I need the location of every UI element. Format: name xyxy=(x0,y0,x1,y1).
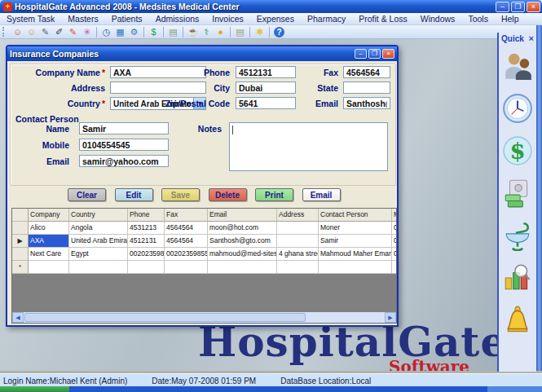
grid-cell[interactable]: Next Care xyxy=(29,248,69,261)
sparkle-icon[interactable]: ✱ xyxy=(253,26,267,38)
column-header-country[interactable]: Country xyxy=(69,209,128,222)
grid-cell[interactable]: Samir xyxy=(319,235,392,248)
grid-cell[interactable]: 4512131 xyxy=(128,235,165,248)
table-row[interactable]: ▶AXAUnited Arab Emirates45121314564564Sa… xyxy=(12,235,396,248)
grid-cell[interactable]: 01 xyxy=(392,235,397,248)
save-button[interactable]: Save xyxy=(161,188,200,201)
menu-item-profit-loss[interactable]: Profit & Loss xyxy=(352,14,414,24)
grid-cell[interactable]: 4564564 xyxy=(165,235,208,248)
row-header[interactable] xyxy=(12,222,29,235)
grid-cell[interactable] xyxy=(128,261,165,274)
clock-icon[interactable] xyxy=(502,93,533,124)
table-row[interactable]: AlicoAngola45312134564564moon@hot.comMon… xyxy=(12,222,396,235)
dialog-close-button[interactable]: × xyxy=(382,49,394,59)
minimize-button[interactable]: – xyxy=(496,2,509,12)
quick-close-icon[interactable]: × xyxy=(529,33,534,43)
menu-item-help[interactable]: Help xyxy=(495,14,526,24)
print-button[interactable]: Print xyxy=(255,188,293,201)
cash-safe-icon[interactable] xyxy=(502,178,533,209)
menu-item-masters[interactable]: Masters xyxy=(61,14,104,24)
pharmacy-icon[interactable]: ⚕ xyxy=(200,26,214,38)
grid-cell[interactable]: 4 ghana street xyxy=(277,248,319,261)
menu-item-system-task[interactable]: System Task xyxy=(0,14,61,24)
column-header-m[interactable]: M xyxy=(392,209,397,222)
restore-button[interactable]: ❐ xyxy=(511,2,525,12)
grid-cell[interactable]: Mahmoud Maher Emam xyxy=(319,248,392,261)
grid-cell[interactable]: Angola xyxy=(69,222,128,235)
column-header-company[interactable]: Company xyxy=(29,209,69,222)
clock-icon[interactable]: ◷ xyxy=(99,26,113,38)
clear-button[interactable]: Clear xyxy=(68,188,106,201)
grid-cell[interactable]: 00202359855 xyxy=(128,248,165,261)
contact-mobile-field[interactable] xyxy=(79,139,169,151)
email-button[interactable]: Email xyxy=(302,188,341,201)
grid-cell[interactable] xyxy=(165,261,208,274)
grid-cell[interactable]: Moner xyxy=(319,222,392,235)
grid-cell[interactable]: 01 xyxy=(392,248,397,261)
invoice-icon[interactable]: ▤ xyxy=(166,26,180,38)
help-icon[interactable]: ? xyxy=(274,27,284,37)
dollar-icon[interactable]: $ xyxy=(147,26,161,38)
dialog-restore-button[interactable]: ❐ xyxy=(368,49,381,59)
new-row-marker[interactable]: * xyxy=(12,261,29,274)
dialog-title-bar[interactable]: Insurance Companies – ❐ × xyxy=(7,46,397,61)
menu-item-windows[interactable]: Windows xyxy=(414,14,462,24)
grid-cell[interactable] xyxy=(277,235,319,248)
current-row-marker[interactable]: ▶ xyxy=(12,235,29,248)
edit-button[interactable]: Edit xyxy=(115,188,153,201)
grid-cell[interactable] xyxy=(69,261,128,274)
menu-item-pharmacy[interactable]: Pharmacy xyxy=(301,14,352,24)
syringe-icon[interactable]: ✐ xyxy=(52,26,66,38)
zip-field[interactable] xyxy=(236,97,296,109)
money-bubble-icon[interactable]: $ xyxy=(502,135,533,166)
menu-item-patients[interactable]: Patients xyxy=(105,14,149,24)
table-row[interactable]: * xyxy=(12,261,396,274)
reports-icon[interactable] xyxy=(502,262,533,293)
grid-cell[interactable]: United Arab Emirates xyxy=(69,235,128,248)
users-icon[interactable] xyxy=(502,51,533,81)
kettle-icon[interactable]: ☕ xyxy=(186,26,200,38)
contact-name-field[interactable] xyxy=(79,122,169,134)
menu-item-expenses[interactable]: Expenses xyxy=(250,14,301,24)
table-row[interactable]: Next CareEgypt00202359855002023598554mah… xyxy=(12,248,396,261)
scroll-left-icon[interactable]: ◀ xyxy=(12,312,24,323)
menu-item-tools[interactable]: Tools xyxy=(461,14,495,24)
menu-item-admissions[interactable]: Admissions xyxy=(149,14,206,24)
grid-cell[interactable] xyxy=(277,261,319,274)
grid-cell[interactable]: Santhosh@gto.com xyxy=(208,235,277,248)
menu-item-invoices[interactable]: Invoices xyxy=(205,14,250,24)
grid-cell[interactable] xyxy=(392,261,397,274)
marker-pen-icon[interactable]: ✎ xyxy=(66,26,80,38)
grid-h-scrollbar[interactable]: ◀ ▶ xyxy=(12,312,396,323)
state-field[interactable] xyxy=(343,81,390,94)
pharmacy-icon[interactable] xyxy=(502,220,533,251)
grid-cell[interactable]: Egypt xyxy=(69,248,128,261)
moneybag-icon[interactable]: ● xyxy=(214,26,227,38)
notes-field[interactable] xyxy=(229,122,388,171)
scroll-thumb[interactable] xyxy=(24,313,306,322)
grid-cell[interactable]: 4531213 xyxy=(128,222,165,235)
grid-cell[interactable] xyxy=(29,261,69,274)
close-button[interactable]: × xyxy=(527,2,540,12)
city-field[interactable] xyxy=(236,81,296,94)
column-header-contact-person[interactable]: Contact Person xyxy=(319,209,392,222)
grid-cell[interactable]: mahmoud@med-sites.com xyxy=(208,248,277,261)
email-field[interactable] xyxy=(343,97,390,109)
folder-icon[interactable]: ▦ xyxy=(113,26,127,38)
pinwheel-icon[interactable]: ✳ xyxy=(80,26,94,38)
column-header-email[interactable]: Email xyxy=(208,209,277,222)
column-header-fax[interactable]: Fax xyxy=(165,209,208,222)
grid-cell[interactable]: 002023598554 xyxy=(165,248,208,261)
new-patient-icon[interactable]: ☺ xyxy=(11,26,24,38)
grid-cell[interactable]: 01 xyxy=(392,222,397,235)
column-header-address[interactable]: Address xyxy=(277,209,319,222)
grid-cell[interactable] xyxy=(319,261,392,274)
grid-cell[interactable]: moon@hot.com xyxy=(208,222,277,235)
start-button[interactable] xyxy=(0,386,69,392)
delete-button[interactable]: Delete xyxy=(209,188,247,201)
scroll-right-icon[interactable]: ▶ xyxy=(385,312,396,323)
phone-field[interactable] xyxy=(236,66,296,78)
contact-email-field[interactable] xyxy=(79,155,169,167)
grid-cell[interactable]: 4564564 xyxy=(165,222,208,235)
column-header-phone[interactable]: Phone xyxy=(128,209,165,222)
